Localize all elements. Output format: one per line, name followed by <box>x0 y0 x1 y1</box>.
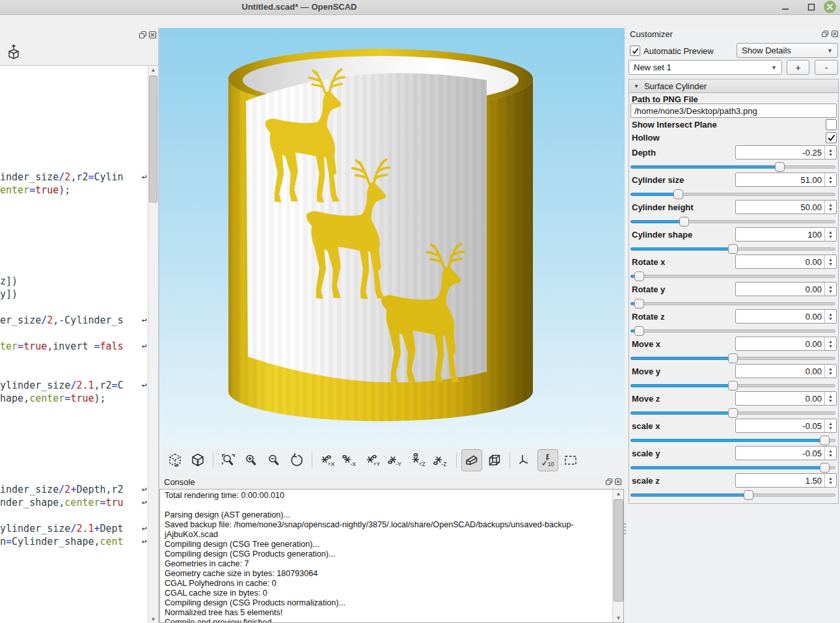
close-icon <box>826 3 833 10</box>
zoom-out-button[interactable] <box>264 449 284 471</box>
scale-y-value: -0.05 <box>802 449 822 458</box>
cylinder-shape-slider-handle[interactable] <box>728 244 738 254</box>
scale-z-input[interactable]: 1.50▲▼ <box>735 473 837 488</box>
cylinder-height-slider-handle[interactable] <box>679 217 689 227</box>
maximize-button[interactable] <box>803 1 820 13</box>
zoom-all-button[interactable] <box>218 449 239 471</box>
show-axes-button[interactable] <box>515 449 535 471</box>
scale-x-input[interactable]: -0.05▲▼ <box>735 419 837 433</box>
reset-view-button[interactable] <box>286 449 307 471</box>
spin-arrows-icon[interactable]: ▲▼ <box>824 283 836 296</box>
move-y-slider-handle[interactable] <box>728 381 738 391</box>
rotate-z-input[interactable]: 0.00▲▼ <box>735 309 837 324</box>
spin-arrows-icon[interactable]: ▲▼ <box>824 337 836 350</box>
spin-arrows-icon[interactable]: ▲▼ <box>824 365 836 378</box>
orthogonal-button[interactable] <box>484 449 505 471</box>
move-y-input[interactable]: 0.00▲▼ <box>735 364 837 378</box>
scale-y-slider-handle[interactable] <box>820 463 830 473</box>
depth-slider-handle[interactable] <box>775 162 785 172</box>
rotate-y-slider-handle[interactable] <box>634 299 644 309</box>
spin-arrows-icon[interactable]: ▲▼ <box>824 392 836 405</box>
scroll-up-icon[interactable]: ▲ <box>148 66 158 74</box>
move-x-input[interactable]: 0.00▲▼ <box>735 337 837 351</box>
spin-arrows-icon[interactable]: ▲▼ <box>824 173 836 186</box>
console-float-button[interactable] <box>605 478 614 486</box>
editor-scrollbar-thumb[interactable] <box>149 76 157 202</box>
editor-close-button[interactable] <box>148 31 157 39</box>
view-all-button[interactable] <box>560 449 581 471</box>
console-close-button[interactable] <box>614 478 623 486</box>
render-button[interactable] <box>187 449 208 471</box>
editor-float-button[interactable] <box>139 31 147 39</box>
minimize-button[interactable] <box>777 1 794 13</box>
view-minus-z-button[interactable]: -Z <box>431 449 452 471</box>
rotate-x-slider-handle[interactable] <box>634 271 644 281</box>
scale-y-input[interactable]: -0.05▲▼ <box>735 446 837 460</box>
wrap-marker-icon: ↩ <box>142 497 147 508</box>
scale-x-slider-handle[interactable] <box>820 436 830 445</box>
rotate-y-input[interactable]: 0.00▲▼ <box>735 282 837 296</box>
remove-preset-button[interactable]: - <box>815 60 838 75</box>
move-x-slider-handle[interactable] <box>728 353 738 363</box>
scroll-down-icon[interactable]: ▼ <box>613 614 624 622</box>
move-z-slider-handle[interactable] <box>728 408 738 418</box>
spin-arrows-icon[interactable]: ▲▼ <box>824 228 836 241</box>
view-plus-y-button[interactable]: +Y <box>362 449 383 471</box>
console-output[interactable]: Total rendering time: 0:00:00.010Parsing… <box>159 489 624 623</box>
title-bar[interactable]: Untitled.scad* — OpenSCAD <box>0 0 840 15</box>
export-cube-icon[interactable] <box>6 43 21 60</box>
details-dropdown[interactable]: Show Details ▼ <box>737 43 838 58</box>
move-y-value: 0.00 <box>806 367 822 376</box>
view-minus-x-button[interactable]: -X <box>340 449 360 471</box>
console-line: Geometry cache size in bytes: 180793064 <box>165 569 318 578</box>
cylinder-size-input[interactable]: 51.00▲▼ <box>735 173 837 187</box>
zoom-in-icon <box>243 452 259 468</box>
view-plus-x-button[interactable]: +X <box>317 449 338 471</box>
cylinder-shape-input[interactable]: 100▲▼ <box>735 227 837 242</box>
customizer-close-button[interactable] <box>831 30 839 38</box>
customizer-float-button[interactable] <box>821 30 830 38</box>
hollow-checkbox[interactable] <box>826 132 837 143</box>
show-scale-markers-button[interactable]: 10 <box>537 449 558 471</box>
scroll-up-icon[interactable]: ▲ <box>613 490 624 498</box>
zoom-in-button[interactable] <box>241 449 262 471</box>
rotate-z-slider[interactable] <box>630 329 835 333</box>
section-surface-cylinder[interactable]: ▼ Surface Cylinder <box>629 79 838 93</box>
perspective-button[interactable] <box>461 449 482 471</box>
cylinder-size-slider-handle[interactable] <box>673 189 683 199</box>
spin-arrows-icon[interactable]: ▲▼ <box>824 255 836 268</box>
rotate-x-input[interactable]: 0.00▲▼ <box>735 255 837 269</box>
editor-scrollbar[interactable]: ▲ ▼ <box>148 66 158 623</box>
spin-arrows-icon[interactable]: ▲▼ <box>824 146 836 159</box>
code-editor[interactable]: inder_size/2,r2=Cylin↩enter=true);z])y])… <box>0 65 158 623</box>
add-preset-button[interactable]: + <box>787 60 809 75</box>
scale-z-slider-handle[interactable] <box>744 490 753 500</box>
preview-button[interactable]: » <box>165 449 185 471</box>
move-z-input[interactable]: 0.00▲▼ <box>735 391 837 406</box>
rotate-y-slider[interactable] <box>630 302 835 305</box>
console-scrollbar-thumb[interactable] <box>614 499 623 602</box>
path-to-png-label: Path to PNG File <box>632 94 698 104</box>
viewport-3d[interactable] <box>159 28 625 447</box>
menu-strip <box>0 15 840 29</box>
rotate-z-slider-handle[interactable] <box>634 326 644 336</box>
view-plus-z-button[interactable]: +Z <box>408 449 429 471</box>
view-minus-y-button[interactable]: -Y <box>385 449 406 471</box>
spin-arrows-icon[interactable]: ▲▼ <box>824 447 836 460</box>
rotate-x-slider[interactable] <box>630 275 835 278</box>
scroll-down-icon[interactable]: ▼ <box>148 615 158 623</box>
png-path-input[interactable]: /home/none3/Desktop/path3.png <box>630 104 837 118</box>
automatic-preview-checkbox[interactable] <box>630 46 640 56</box>
depth-input[interactable]: -0.25▲▼ <box>735 145 837 159</box>
close-button[interactable] <box>824 1 836 13</box>
cylinder-height-input[interactable]: 50.00▲▼ <box>735 200 837 214</box>
console-scrollbar[interactable]: ▲ ▼ <box>612 490 624 622</box>
customizer-panel: Customizer Automatic Preview Show Detail… <box>626 28 840 623</box>
spin-arrows-icon[interactable]: ▲▼ <box>824 201 836 214</box>
preset-combobox[interactable]: New set 1 ▼ <box>629 60 782 75</box>
wrap-marker-icon: ↩ <box>142 523 147 534</box>
show-intersect-plane-checkbox[interactable] <box>826 119 837 130</box>
spin-arrows-icon[interactable]: ▲▼ <box>824 474 836 487</box>
spin-arrows-icon[interactable]: ▲▼ <box>824 419 836 432</box>
spin-arrows-icon[interactable]: ▲▼ <box>824 310 836 323</box>
